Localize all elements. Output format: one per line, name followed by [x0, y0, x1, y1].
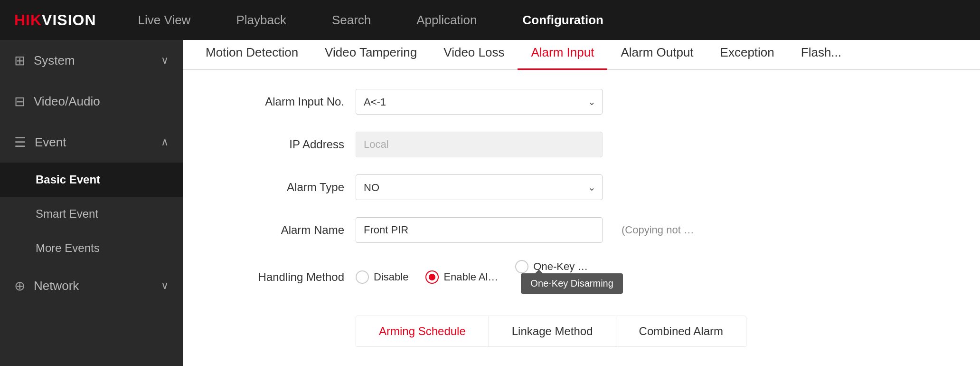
- alarm-input-no-select[interactable]: A<-1 A<-2 A<-3: [356, 89, 603, 115]
- system-icon: ⊞: [14, 53, 25, 68]
- nav-application[interactable]: Application: [394, 0, 499, 40]
- tab-video-loss[interactable]: Video Loss: [430, 45, 518, 70]
- sidebar-label-system: System: [34, 53, 75, 68]
- sidebar-item-more-events[interactable]: More Events: [0, 231, 183, 265]
- alarm-type-select-wrapper: NO NC ⌄: [356, 174, 603, 200]
- logo: HIKVISION: [14, 11, 96, 29]
- radio-disable-label: Disable: [374, 271, 408, 283]
- alarm-name-label: Alarm Name: [211, 223, 344, 237]
- radio-enable-al-label: Enable Al…: [443, 271, 498, 283]
- tab-alarm-input[interactable]: Alarm Input: [518, 45, 607, 70]
- form-area: Alarm Input No. A<-1 A<-2 A<-3 ⌄ IP Addr…: [183, 70, 980, 366]
- alarm-type-row: Alarm Type NO NC ⌄: [211, 174, 952, 200]
- content-area: Motion Detection Video Tampering Video L…: [183, 40, 980, 366]
- chevron-up-icon: ∧: [161, 136, 169, 148]
- sidebar-item-event[interactable]: ☰ Event ∧: [0, 122, 183, 163]
- nav-items: Live View Playback Search Application Co…: [115, 0, 966, 40]
- alarm-input-no-select-wrapper: A<-1 A<-2 A<-3 ⌄: [356, 89, 603, 115]
- nav-search[interactable]: Search: [309, 0, 394, 40]
- alarm-input-no-label: Alarm Input No.: [211, 95, 344, 108]
- sidebar-item-system[interactable]: ⊞ System ∨: [0, 40, 183, 81]
- sidebar-item-basic-event[interactable]: Basic Event: [0, 163, 183, 197]
- sidebar-item-video-audio[interactable]: ⊟ Video/Audio: [0, 81, 183, 122]
- ip-address-input: Local: [356, 132, 603, 157]
- network-icon: ⊕: [14, 278, 25, 294]
- radio-circle-enable-al: [425, 270, 439, 284]
- tooltip-one-key-disarming: One-Key Disarming: [521, 273, 623, 294]
- tab-motion-detection[interactable]: Motion Detection: [192, 45, 311, 70]
- ip-address-row: IP Address Local: [211, 132, 952, 157]
- chevron-down-icon: ∨: [161, 54, 169, 67]
- tab-video-tampering[interactable]: Video Tampering: [311, 45, 430, 70]
- alarm-type-select[interactable]: NO NC: [356, 174, 603, 200]
- handling-method-radio-group: Disable Enable Al… One-Key … One-Key Dis…: [356, 260, 623, 294]
- sidebar-item-smart-event[interactable]: Smart Event: [0, 197, 183, 231]
- chevron-down-icon-network: ∨: [161, 279, 169, 292]
- tab-exception[interactable]: Exception: [707, 45, 788, 70]
- alarm-name-row: Alarm Name (Copying not …: [211, 217, 952, 243]
- event-icon: ☰: [14, 135, 26, 150]
- nav-playback[interactable]: Playback: [213, 0, 309, 40]
- logo-hik: HIK: [14, 11, 42, 29]
- copying-note: (Copying not …: [622, 224, 694, 236]
- radio-circle-disable: [356, 270, 369, 284]
- tab-alarm-output[interactable]: Alarm Output: [607, 45, 707, 70]
- main-layout: ⊞ System ∨ ⊟ Video/Audio ☰ Event ∧ Basic…: [0, 40, 980, 366]
- radio-one-key[interactable]: One-Key …: [515, 260, 588, 273]
- bottom-tab-combined-alarm[interactable]: Combined Alarm: [616, 316, 746, 347]
- ip-address-label: IP Address: [211, 138, 344, 151]
- radio-enable-al[interactable]: Enable Al…: [425, 270, 498, 284]
- bottom-tab-arming-schedule[interactable]: Arming Schedule: [356, 316, 489, 347]
- alarm-name-input[interactable]: [356, 217, 603, 243]
- video-audio-icon: ⊟: [14, 94, 25, 109]
- handling-method-label: Handling Method: [211, 270, 344, 284]
- radio-disable[interactable]: Disable: [356, 270, 408, 284]
- nav-live-view[interactable]: Live View: [115, 0, 214, 40]
- alarm-type-label: Alarm Type: [211, 181, 344, 194]
- logo-vision: VISION: [42, 11, 96, 29]
- nav-configuration[interactable]: Configuration: [499, 0, 626, 40]
- tab-bar: Motion Detection Video Tampering Video L…: [183, 40, 980, 70]
- sidebar-label-video-audio: Video/Audio: [34, 94, 100, 109]
- sidebar-label-event: Event: [35, 135, 66, 150]
- sidebar-label-network: Network: [34, 279, 79, 293]
- bottom-tab-linkage-method[interactable]: Linkage Method: [489, 316, 616, 347]
- top-navigation: HIKVISION Live View Playback Search Appl…: [0, 0, 980, 40]
- sidebar: ⊞ System ∨ ⊟ Video/Audio ☰ Event ∧ Basic…: [0, 40, 183, 366]
- tab-flash[interactable]: Flash...: [788, 45, 855, 70]
- sidebar-item-network[interactable]: ⊕ Network ∨: [0, 265, 183, 306]
- radio-circle-one-key: [515, 260, 528, 273]
- handling-method-row: Handling Method Disable Enable Al…: [211, 260, 952, 294]
- bottom-tabs: Arming Schedule Linkage Method Combined …: [356, 316, 746, 347]
- alarm-input-no-row: Alarm Input No. A<-1 A<-2 A<-3 ⌄: [211, 89, 952, 115]
